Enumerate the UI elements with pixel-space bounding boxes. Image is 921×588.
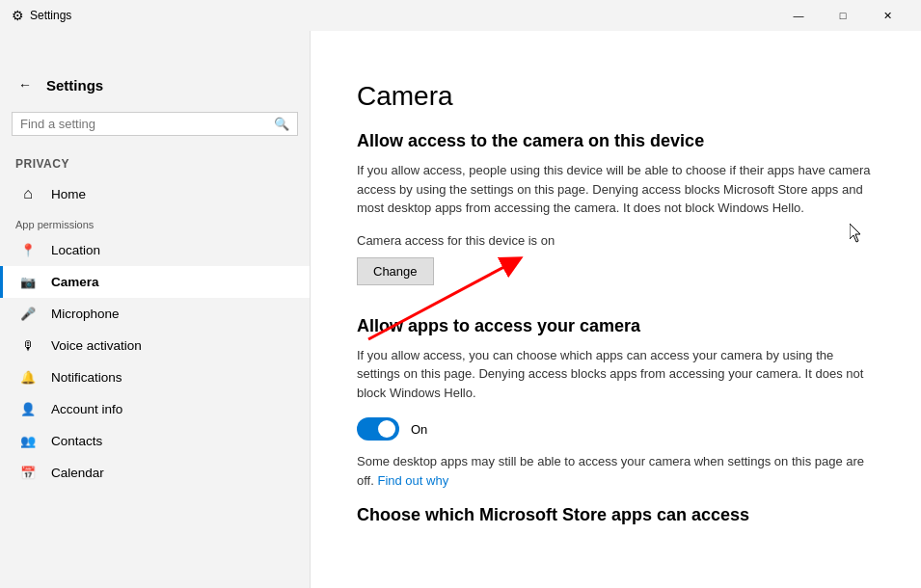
sidebar-item-microphone[interactable]: 🎤 Microphone xyxy=(0,298,310,330)
sidebar-item-label-location: Location xyxy=(51,243,100,257)
maximize-button[interactable]: □ xyxy=(821,0,865,31)
page-title: Camera xyxy=(357,81,875,112)
section2-heading: Allow apps to access your camera xyxy=(357,316,875,336)
sidebar-item-location[interactable]: 📍 Location xyxy=(0,234,310,266)
sidebar-item-account-info[interactable]: 👤 Account info xyxy=(0,393,310,425)
account-info-icon: 👤 xyxy=(18,402,38,416)
sidebar-item-notifications[interactable]: 🔔 Notifications xyxy=(0,361,310,393)
toggle-knob xyxy=(378,420,395,438)
calendar-icon: 📅 xyxy=(18,466,38,480)
sidebar-header: ← Settings xyxy=(0,62,310,104)
voice-activation-icon: 🎙 xyxy=(18,338,38,353)
settings-icon: ⚙ xyxy=(12,8,24,23)
section3-heading: Choose which Microsoft Store apps can ac… xyxy=(357,505,875,525)
section1-heading: Allow access to the camera on this devic… xyxy=(357,131,875,151)
location-icon: 📍 xyxy=(18,243,38,257)
sidebar-item-label-camera: Camera xyxy=(51,275,99,289)
section2-description: If you allow access, you can choose whic… xyxy=(357,346,875,403)
sidebar-item-label-account-info: Account info xyxy=(51,402,122,416)
search-input[interactable] xyxy=(20,117,268,131)
sidebar-item-voice-activation[interactable]: 🎙 Voice activation xyxy=(0,330,310,361)
close-button[interactable]: ✕ xyxy=(865,0,909,31)
sidebar-item-calendar[interactable]: 📅 Calendar xyxy=(0,457,310,489)
sidebar-item-contacts[interactable]: 👥 Contacts xyxy=(0,425,310,457)
toggle-label: On xyxy=(411,422,427,437)
minimize-button[interactable]: — xyxy=(776,0,821,31)
microphone-icon: 🎤 xyxy=(18,307,38,321)
sidebar: ← Settings 🔍 Privacy ⌂ Home App permissi… xyxy=(0,31,311,588)
sidebar-item-camera[interactable]: 📷 Camera xyxy=(0,266,310,298)
back-icon: ← xyxy=(18,77,32,93)
sidebar-item-label-notifications: Notifications xyxy=(51,370,122,385)
sidebar-item-label-calendar: Calendar xyxy=(51,466,104,480)
camera-icon: 📷 xyxy=(18,275,38,289)
find-out-why-link[interactable]: Find out why xyxy=(377,473,448,488)
sidebar-item-home[interactable]: ⌂ Home xyxy=(0,176,310,211)
sidebar-title: Settings xyxy=(46,77,103,94)
notifications-icon: 🔔 xyxy=(18,370,38,385)
search-box[interactable]: 🔍 xyxy=(12,112,298,136)
main-content: Camera Allow access to the camera on thi… xyxy=(311,31,921,588)
window-controls: — □ ✕ xyxy=(776,0,909,31)
contacts-icon: 👥 xyxy=(18,434,38,448)
sidebar-item-label-home: Home xyxy=(51,187,86,201)
privacy-label: Privacy xyxy=(0,144,310,176)
sidebar-item-label-microphone: Microphone xyxy=(51,307,120,321)
sidebar-item-label-voice-activation: Voice activation xyxy=(51,338,142,353)
sidebar-item-label-contacts: Contacts xyxy=(51,434,102,448)
search-icon: 🔍 xyxy=(274,117,289,131)
home-icon: ⌂ xyxy=(18,185,38,202)
app-permissions-label: App permissions xyxy=(0,211,310,234)
camera-access-toggle[interactable] xyxy=(357,417,399,441)
back-button[interactable]: ← xyxy=(12,71,39,98)
change-button[interactable]: Change xyxy=(357,257,434,285)
toggle-row: On xyxy=(357,417,875,441)
titlebar: ⚙ Settings — □ ✕ xyxy=(0,0,921,31)
section1-description: If you allow access, people using this d… xyxy=(357,161,875,218)
camera-access-status: Camera access for this device is on xyxy=(357,233,875,248)
desktop-note: Some desktop apps may still be able to a… xyxy=(357,452,875,490)
titlebar-title: Settings xyxy=(30,9,71,22)
